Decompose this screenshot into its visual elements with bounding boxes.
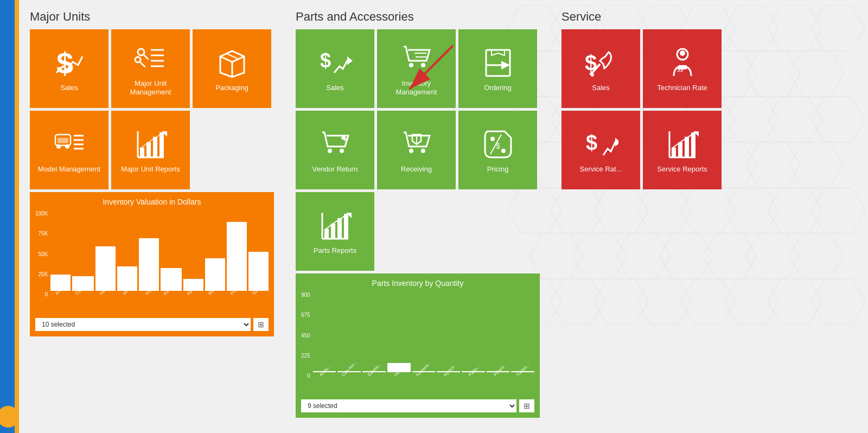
tile-service-sales[interactable]: $ Sales (561, 29, 640, 108)
parts-chart-bar-label: Can-Am... (341, 360, 358, 378)
parts-chart-bars: Arctic...Can-Am...Easma...HondaKawasa...… (313, 292, 534, 379)
vendor-return-icon (318, 127, 353, 162)
parts-chart-select[interactable]: 9 selected (301, 399, 516, 412)
parts-chart-bar-col: Easma... (362, 371, 386, 379)
svg-rect-120 (672, 148, 676, 157)
svg-point-98 (501, 149, 506, 153)
tile-technician-rate[interactable]: $$ Technician Rate (643, 29, 722, 108)
tile-major-sales-label: Sales (60, 84, 78, 92)
service-rat-icon: $ (584, 127, 618, 162)
parts-chart-y-labels: 900 675 450 225 0 (301, 292, 310, 379)
tile-major-unit-management-label: Major Unit Management (117, 79, 184, 96)
service-grid: $ Sales $$ Techn (561, 29, 722, 189)
inventory-chart-title: Inventory Valuation in Dollars (35, 198, 269, 206)
parts-chart-bar-col: Honda (387, 363, 411, 379)
parts-chart-bar-label: Tucker... (515, 362, 531, 378)
tile-service-sales-label: Sales (592, 84, 610, 92)
chart-bar-col: Honda (117, 266, 137, 297)
svg-rect-123 (691, 132, 695, 157)
tile-inventory-management[interactable]: Inventory Management (377, 29, 456, 108)
parts-chart-bar-col: Kymco (437, 371, 460, 379)
parts-chart-title: Parts Inventory by Quantity (301, 279, 534, 288)
svg-point-92 (409, 149, 413, 153)
tile-parts-reports[interactable]: Parts Reports (296, 192, 374, 271)
tile-major-unit-reports-label: Major Unit Reports (121, 165, 180, 174)
pricing-icon: $ (481, 127, 515, 162)
parts-accessories-section: Parts and Accessories $ Sales (296, 10, 540, 418)
parts-chart-bar-col: Parts... (462, 371, 485, 379)
main-content: Major Units $ Sales (19, 0, 868, 433)
ordering-icon (481, 46, 515, 80)
svg-text:$: $ (585, 51, 597, 75)
svg-rect-76 (146, 142, 151, 157)
svg-rect-78 (159, 132, 164, 157)
svg-rect-86 (486, 50, 510, 76)
tile-service-rat[interactable]: $ Service Rat... (561, 111, 640, 189)
inventory-chart-select[interactable]: 10 selected (35, 318, 251, 331)
tile-service-reports-label: Service Reports (657, 165, 707, 174)
keys-list-icon (133, 41, 168, 76)
svg-point-93 (421, 149, 425, 153)
dollar-wrench-icon: $ (584, 46, 618, 80)
sidebar-accent (15, 0, 19, 433)
parts-chart-bar-col: Polaris (487, 371, 510, 379)
chart-bar-col: Suzuki... (248, 252, 269, 297)
inventory-chart-y-labels: 100K 75K 50K 25K 0 (35, 211, 48, 297)
receiving-icon (399, 127, 434, 162)
box-icon (215, 46, 250, 80)
major-units-title: Major Units (30, 10, 274, 24)
tile-major-unit-management[interactable]: Major Unit Management (111, 29, 190, 108)
parts-chart-view-btn[interactable]: ⊞ (519, 399, 534, 412)
tile-major-sales[interactable]: $ Sales (30, 29, 108, 108)
tile-vendor-return-label: Vendor Return (312, 165, 358, 174)
tile-vendor-return[interactable]: Vendor Return (296, 111, 374, 189)
tile-ordering-label: Ordering (484, 84, 512, 92)
parts-grid: $ Sales Inventory Management (296, 29, 540, 271)
major-units-section: Major Units $ Sales (30, 10, 274, 418)
technician-icon: $$ (665, 46, 700, 80)
tile-packaging-label: Packaging (215, 84, 248, 92)
svg-point-67 (65, 144, 69, 149)
tile-pricing[interactable]: $ Pricing (458, 111, 537, 189)
tile-ordering[interactable]: Ordering (458, 29, 537, 108)
parts-chart-footer: 9 selected ⊞ (301, 399, 534, 412)
tile-parts-sales[interactable]: $ Sales (296, 29, 374, 108)
svg-rect-103 (331, 224, 335, 239)
tile-technician-rate-label: Technician Rate (657, 84, 707, 92)
parts-accessories-title: Parts and Accessories (296, 10, 540, 24)
tile-major-unit-reports[interactable]: Major Unit Reports (111, 111, 190, 189)
svg-line-59 (143, 65, 145, 67)
tile-model-management[interactable]: Model Management (30, 111, 108, 189)
tile-packaging[interactable]: Packaging (193, 29, 271, 108)
svg-rect-68 (58, 138, 68, 143)
parts-chart-bar-col: Arctic... (313, 371, 336, 379)
chart-bar-col: Polaris... (227, 222, 247, 298)
svg-text:$$: $$ (677, 67, 684, 73)
svg-rect-121 (678, 142, 682, 157)
parts-chart-bar-label: Easma... (367, 362, 382, 378)
parts-chart-bar-label: Kawasa... (415, 360, 432, 377)
tile-service-rat-label: Service Rat... (579, 165, 622, 174)
chart-bar-col: Indian (139, 238, 159, 298)
parts-inventory-chart: Parts Inventory by Quantity 900 675 450 … (296, 273, 540, 418)
tile-receiving[interactable]: Receiving (377, 111, 456, 189)
cart-list-icon (399, 41, 434, 76)
chart-bar-col: Can-Am... (72, 276, 94, 297)
service-reports-icon (665, 127, 700, 162)
inventory-chart-footer: 10 selected ⊞ (35, 318, 269, 331)
inventory-chart-bars: Arctic...Can-Am...Harley...HondaIndianKa… (50, 211, 269, 297)
svg-marker-87 (501, 61, 510, 69)
car-list-icon (52, 127, 87, 162)
svg-text:$: $ (586, 131, 597, 154)
svg-point-66 (56, 144, 61, 149)
tile-service-reports[interactable]: Service Reports (643, 111, 722, 189)
svg-point-83 (421, 63, 425, 67)
major-units-grid: $ Sales (30, 29, 274, 189)
svg-rect-102 (324, 229, 329, 239)
chart-bar (139, 238, 159, 291)
svg-point-115 (680, 50, 685, 56)
tile-inventory-management-label: Inventory Management (382, 79, 450, 96)
inventory-chart-view-btn[interactable]: ⊞ (253, 318, 269, 331)
svg-text:$: $ (496, 142, 500, 150)
tile-parts-sales-label: Sales (326, 84, 344, 92)
